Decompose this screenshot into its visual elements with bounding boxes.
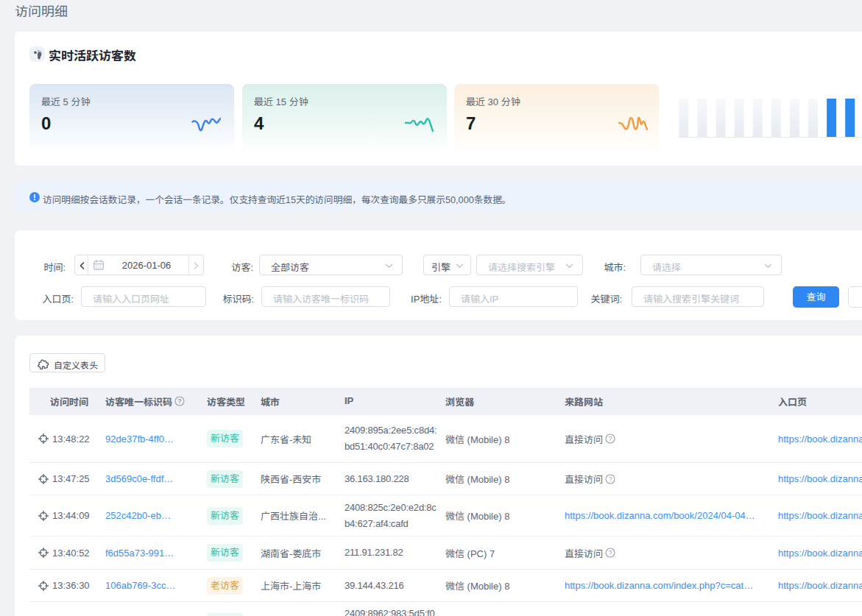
svg-text:?: ? [177,397,181,405]
svg-text:?: ? [609,475,612,483]
svg-text:?: ? [609,435,612,442]
svg-text:?: ? [609,549,612,556]
